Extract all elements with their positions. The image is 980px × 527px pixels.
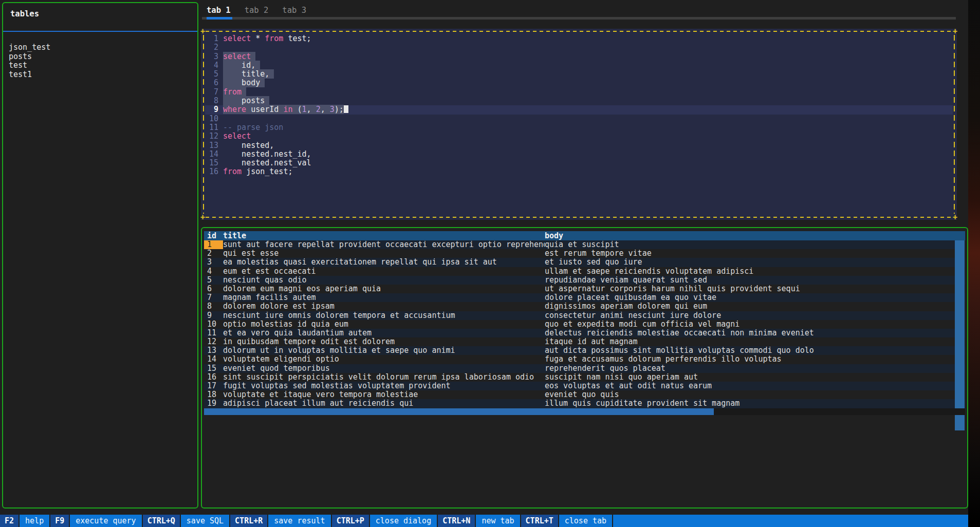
- line-code: -- parse json: [223, 123, 283, 132]
- table-row[interactable]: 15eveniet quod temporibusreprehenderit q…: [204, 364, 965, 373]
- shortcut-label-save-result: save result: [268, 515, 330, 527]
- cell-id: 2: [204, 249, 223, 258]
- cell-title: eum et est occaecati: [223, 267, 545, 276]
- code-token: where: [223, 105, 246, 114]
- editor-line-7: 7from: [205, 88, 953, 97]
- desktop-wallpaper-strip: [968, 0, 980, 527]
- code-token: 2: [316, 105, 321, 114]
- tab-3[interactable]: tab 3: [282, 6, 306, 15]
- cell-id: 6: [204, 285, 223, 293]
- results-rows: 1sunt aut facere repellat provident occa…: [204, 240, 965, 408]
- cell-id: 1: [204, 240, 223, 249]
- column-header-id[interactable]: id: [204, 231, 223, 240]
- line-number: 3: [205, 52, 218, 61]
- cell-body: consectetur animi nesciunt iure dolore: [545, 311, 952, 320]
- code-token: (: [292, 105, 302, 114]
- cell-id: 15: [204, 364, 223, 373]
- tab-2[interactable]: tab 2: [245, 6, 269, 15]
- table-row[interactable]: 13dolorum ut in voluptas mollitia et sae…: [204, 346, 965, 355]
- line-code: id,: [223, 61, 260, 70]
- code-token: from: [223, 167, 242, 176]
- results-panel: idtitlebody 1sunt aut facere repellat pr…: [201, 227, 968, 509]
- code-token: in: [283, 105, 292, 114]
- table-row[interactable]: 1sunt aut facere repellat provident occa…: [204, 240, 965, 249]
- table-list-item-test[interactable]: test: [9, 61, 197, 70]
- editor-line-10: 10: [205, 115, 953, 123]
- shortcut-label-execute-query: execute query: [70, 515, 141, 527]
- editor-line-9: 9where userId in (1, 2, 3);: [205, 105, 953, 114]
- cell-body: suscipit nam nisi quo aperiam aut: [545, 373, 952, 382]
- line-number: 8: [205, 97, 218, 105]
- editor-line-13: 13 nested,: [205, 141, 953, 150]
- editor-line-4: 4 id,: [205, 61, 953, 70]
- selection-highlight: posts: [223, 96, 269, 105]
- table-row[interactable]: 12in quibusdam tempore odit est doloremi…: [204, 337, 965, 346]
- table-row[interactable]: 4eum et est occaecatiullam et saepe reic…: [204, 267, 965, 276]
- cell-id: 18: [204, 390, 223, 399]
- cell-id: 13: [204, 346, 223, 355]
- cell-body: itaque id aut magnam: [545, 337, 952, 346]
- cell-title: dolorum ut in voluptas mollitia et saepe…: [223, 346, 545, 355]
- cell-id: 17: [204, 382, 223, 390]
- line-number: 10: [205, 115, 218, 123]
- table-row[interactable]: 11et ea vero quia laudantium autemdelect…: [204, 329, 965, 337]
- table-row[interactable]: 17fugit voluptas sed molestias voluptate…: [204, 382, 965, 390]
- table-row[interactable]: 2qui est esseest rerum tempore vitae: [204, 249, 965, 258]
- column-header-title[interactable]: title: [223, 231, 545, 240]
- table-list-item-test1[interactable]: test1: [9, 70, 197, 80]
- shortcut-key-ctrl-q: CTRL+Q: [143, 515, 180, 527]
- cell-title: eveniet quod temporibus: [223, 364, 545, 373]
- table-row[interactable]: 18voluptate et itaque vero tempora moles…: [204, 390, 965, 399]
- editor-border-right: [954, 35, 955, 214]
- cell-id: 11: [204, 329, 223, 337]
- cell-body: quo et expedita modi cum officia vel mag…: [545, 320, 952, 329]
- cell-title: nesciunt iure omnis dolorem tempora et a…: [223, 311, 545, 320]
- line-code: from json_test;: [223, 167, 292, 176]
- sql-editor[interactable]: + + + + 1select * from test;23select4 id…: [201, 29, 957, 220]
- table-row[interactable]: 9nesciunt iure omnis dolorem tempora et …: [204, 311, 965, 320]
- line-code: nested,: [223, 141, 274, 150]
- cell-body: dignissimos aperiam dolorem qui eum: [545, 302, 952, 311]
- line-number: 13: [205, 141, 218, 150]
- cell-body: repudiandae veniam quaerat sunt sed: [545, 276, 952, 285]
- tables-panel-divider: [3, 31, 197, 32]
- cell-id: 3: [204, 258, 223, 267]
- editor-corner-icon: +: [953, 29, 957, 34]
- code-token: body: [223, 78, 260, 87]
- table-row[interactable]: 8dolorem dolore est ipsamdignissimos ape…: [204, 302, 965, 311]
- table-row[interactable]: 6dolorem eum magni eos aperiam quiaut as…: [204, 285, 965, 293]
- tab-bar-tabs: tab 1tab 2tab 3: [201, 0, 957, 15]
- table-row[interactable]: 5nesciunt quas odiorepudiandae veniam qu…: [204, 276, 965, 285]
- cell-id: 7: [204, 293, 223, 302]
- table-row[interactable]: 3ea molestias quasi exercitationem repel…: [204, 258, 965, 267]
- table-row[interactable]: 14voluptatem eligendi optiofuga et accus…: [204, 355, 965, 364]
- shortcut-key-ctrl-p: CTRL+P: [332, 515, 369, 527]
- line-number: 7: [205, 88, 218, 97]
- active-tab-indicator: [207, 17, 232, 20]
- tab-1[interactable]: tab 1: [207, 6, 231, 15]
- cell-id: 8: [204, 302, 223, 311]
- table-list-item-posts[interactable]: posts: [9, 52, 197, 62]
- cell-title: et ea vero quia laudantium autem: [223, 329, 545, 337]
- line-number: 5: [205, 70, 218, 79]
- shortcut-key-ctrl-r: CTRL+R: [230, 515, 267, 527]
- vertical-scrollbar[interactable]: [955, 240, 965, 430]
- tab-bar: tab 1tab 2tab 3: [201, 0, 957, 21]
- table-list-item-json_test[interactable]: json_test: [9, 43, 197, 52]
- editor-line-14: 14 nested.nest_id,: [205, 150, 953, 159]
- table-row[interactable]: 19adipisci placeat illum aut reiciendis …: [204, 399, 965, 408]
- cell-body: quia et suscipit: [545, 240, 952, 249]
- editor-lines: 1select * from test;23select4 id,5 title…: [205, 34, 953, 177]
- table-row[interactable]: 16sint suscipit perspiciatis velit dolor…: [204, 373, 965, 382]
- table-list: json_testpoststesttest1: [3, 43, 197, 79]
- cell-body: fuga et accusamus dolorum perferendis il…: [545, 355, 952, 364]
- table-row[interactable]: 7magnam facilis autemdolore placeat quib…: [204, 293, 965, 302]
- selection-highlight: id,: [223, 61, 260, 70]
- table-row[interactable]: 10optio molestias id quia eumquo et expe…: [204, 320, 965, 329]
- line-code: nested.nest_val: [223, 159, 311, 167]
- horizontal-scrollbar[interactable]: [204, 408, 714, 415]
- cell-title: fugit voluptas sed molestias voluptatem …: [223, 382, 545, 390]
- column-header-body[interactable]: body: [545, 231, 952, 240]
- editor-line-12: 12select: [205, 132, 953, 141]
- status-bar-filler: [613, 515, 968, 527]
